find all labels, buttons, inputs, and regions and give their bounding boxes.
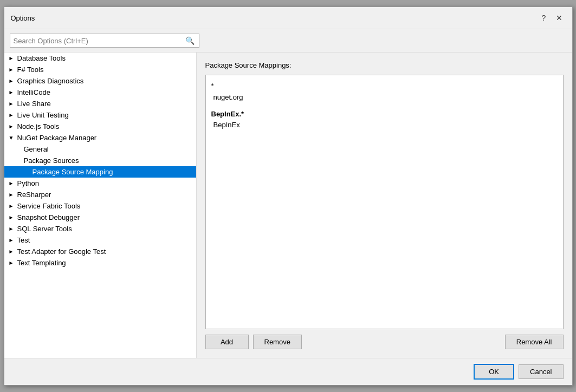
expand-arrow: ► — [9, 123, 17, 129]
sidebar-item-snapshot-debugger[interactable]: ► Snapshot Debugger — [4, 212, 196, 223]
expand-arrow: ► — [9, 55, 17, 61]
remove-button[interactable]: Remove — [253, 335, 302, 349]
sidebar-item-label: Graphics Diagnostics — [17, 77, 196, 85]
sidebar-item-fsharp-tools[interactable]: ► F# Tools — [4, 64, 196, 75]
sidebar-item-label: Package Sources — [24, 156, 79, 165]
sidebar-item-live-unit-testing[interactable]: ► Live Unit Testing — [4, 109, 196, 121]
help-button[interactable]: ? — [538, 11, 551, 24]
sidebar-item-label: Live Share — [17, 100, 196, 108]
expand-arrow: ► — [9, 214, 17, 220]
expand-arrow: ► — [9, 249, 17, 254]
sidebar-item-label: Test Adapter for Google Test — [17, 247, 196, 256]
mapping-source-nuget: nuget.org — [211, 92, 558, 103]
sidebar-item-service-fabric-tools[interactable]: ► Service Fabric Tools — [4, 200, 196, 212]
sidebar-item-label: Package Source Mapping — [33, 168, 113, 176]
sidebar-item-text-templating[interactable]: ► Text Templating — [4, 257, 196, 269]
search-bar: 🔍 — [4, 29, 572, 53]
expand-arrow: ► — [9, 101, 17, 107]
expand-arrow: ▼ — [9, 135, 17, 141]
sidebar-item-label: Snapshot Debugger — [17, 213, 196, 221]
sidebar-item-label: SQL Server Tools — [17, 225, 196, 233]
sidebar-item-label: Text Templating — [17, 259, 196, 267]
sidebar-item-package-source-mapping[interactable]: Package Source Mapping — [4, 166, 196, 178]
sidebar-item-label: Live Unit Testing — [17, 111, 196, 119]
sidebar-item-intellicode[interactable]: ► IntelliCode — [4, 87, 196, 98]
expand-arrow: ► — [9, 112, 17, 118]
sidebar-item-label: NuGet Package Manager — [17, 134, 196, 142]
search-icon-button[interactable]: 🔍 — [181, 34, 199, 47]
sidebar-item-graphics-diagnostics[interactable]: ► Graphics Diagnostics — [4, 75, 196, 87]
sidebar: ► Database Tools ► F# Tools ► Graphics D… — [4, 53, 197, 358]
sidebar-item-label: Node.js Tools — [17, 122, 196, 130]
close-button[interactable]: ✕ — [553, 11, 566, 24]
remove-all-button[interactable]: Remove All — [505, 335, 564, 349]
expand-arrow: ► — [9, 260, 17, 266]
sidebar-item-sql-server-tools[interactable]: ► SQL Server Tools — [4, 223, 196, 234]
sidebar-item-label: Database Tools — [17, 54, 196, 62]
right-panel: Package Source Mappings: * nuget.org Bep… — [197, 53, 572, 358]
sidebar-item-label: General — [24, 145, 49, 153]
sidebar-item-test-adapter-google-test[interactable]: ► Test Adapter for Google Test — [4, 246, 196, 257]
sidebar-item-python[interactable]: ► Python — [4, 178, 196, 189]
title-bar: Options ? ✕ — [4, 7, 572, 29]
title-bar-buttons: ? ✕ — [538, 11, 566, 24]
expand-arrow: ► — [9, 226, 17, 232]
expand-arrow: ► — [9, 180, 17, 186]
options-dialog: Options ? ✕ 🔍 ► Database Tools — [4, 6, 573, 386]
sidebar-item-package-sources[interactable]: Package Sources — [4, 155, 196, 166]
panel-buttons: Add Remove Remove All — [205, 335, 564, 349]
add-button[interactable]: Add — [205, 335, 249, 349]
search-container: 🔍 — [10, 34, 199, 48]
sidebar-item-live-share[interactable]: ► Live Share — [4, 98, 196, 109]
panel-title: Package Source Mappings: — [205, 61, 564, 69]
sidebar-item-label: ReSharper — [17, 191, 196, 199]
mapping-pattern-bepinex: BepInEx.* — [211, 109, 558, 120]
dialog-body: 🔍 ► Database Tools ► F# Tools — [4, 29, 572, 358]
dialog-footer: OK Cancel — [4, 358, 572, 385]
dialog-title: Options — [11, 14, 35, 22]
sidebar-item-nuget-package-manager[interactable]: ▼ NuGet Package Manager — [4, 132, 196, 143]
sidebar-item-label: IntelliCode — [17, 88, 196, 96]
sidebar-item-label: Python — [17, 179, 196, 187]
cancel-button[interactable]: Cancel — [519, 364, 563, 379]
sidebar-list: ► Database Tools ► F# Tools ► Graphics D… — [4, 53, 196, 358]
mapping-source-bepinex: BepInEx — [211, 120, 558, 131]
expand-arrow: ► — [9, 78, 17, 84]
mapping-wildcard: * — [211, 81, 558, 92]
mappings-area: * nuget.org BepInEx.* BepInEx — [205, 75, 564, 329]
expand-arrow: ► — [9, 237, 17, 243]
expand-arrow: ► — [9, 192, 17, 198]
sidebar-item-label: Service Fabric Tools — [17, 202, 196, 210]
sidebar-item-database-tools[interactable]: ► Database Tools — [4, 53, 196, 64]
sidebar-item-label: F# Tools — [17, 66, 196, 74]
sidebar-item-general[interactable]: General — [4, 143, 196, 155]
expand-arrow: ► — [9, 89, 17, 95]
sidebar-item-resharper[interactable]: ► ReSharper — [4, 189, 196, 200]
search-input[interactable] — [10, 35, 181, 47]
expand-arrow: ► — [9, 67, 17, 73]
sidebar-item-test[interactable]: ► Test — [4, 234, 196, 246]
sidebar-item-label: Test — [17, 236, 196, 244]
sidebar-item-nodejs-tools[interactable]: ► Node.js Tools — [4, 121, 196, 132]
main-content: ► Database Tools ► F# Tools ► Graphics D… — [4, 53, 572, 358]
expand-arrow: ► — [9, 203, 17, 209]
ok-button[interactable]: OK — [474, 364, 514, 380]
